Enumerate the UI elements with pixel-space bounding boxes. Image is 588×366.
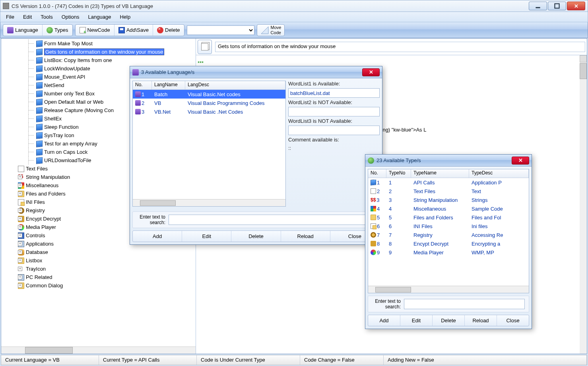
language-button-row: AddEditDeleteReloadClose — [132, 230, 380, 242]
toolbar-types-button[interactable]: Types — [43, 25, 72, 36]
language-dialog-titlebar[interactable]: 3 Available Language/s ✕ — [130, 66, 382, 78]
tree-item[interactable]: Form Make Top Most — [2, 39, 195, 48]
language-search-input[interactable] — [169, 215, 375, 225]
types-search-row: Enter text to search: — [368, 296, 529, 312]
move-icon — [260, 26, 269, 35]
language-row[interactable]: 2VBVisual Basic Programming Codes — [133, 99, 285, 107]
wordlist2-input[interactable] — [288, 107, 380, 116]
new-icon — [80, 27, 86, 33]
toolbar-language-button[interactable]: Language — [3, 25, 43, 36]
tree-folder[interactable]: +Database — [2, 248, 195, 256]
types-dialog-close-button[interactable]: ✕ — [512, 157, 529, 165]
language-dialog: 3 Available Language/s ✕ No. LangName La… — [130, 66, 382, 245]
menu-edit[interactable]: Edit — [19, 13, 36, 21]
type-row[interactable]: 11API CallsApplication P — [368, 178, 529, 187]
expand-button[interactable]: + — [18, 225, 22, 229]
doc-icon — [371, 188, 376, 194]
cube-icon — [36, 74, 43, 81]
types-edit-button[interactable]: Edit — [400, 315, 433, 326]
expand-button[interactable]: + — [18, 183, 22, 188]
toolbar-addsave-button[interactable]: Add\Save — [114, 25, 153, 36]
gear-icon — [371, 232, 376, 238]
expand-button[interactable]: + — [18, 283, 22, 288]
menu-language[interactable]: Language — [84, 13, 115, 21]
tree-folder[interactable]: +Listbox — [2, 256, 195, 265]
types-listview[interactable]: No. TypeNo TypeName TypeDesc 11API Calls… — [368, 169, 529, 293]
expand-button[interactable]: + — [18, 233, 22, 238]
type-row[interactable]: 77RegistryAccessing Re — [368, 230, 529, 239]
type-row[interactable]: 22Text FilesText — [368, 187, 529, 196]
type-row[interactable]: 44MiscellaneousSample Code — [368, 204, 529, 213]
code-vscroll[interactable] — [580, 55, 587, 354]
cube-icon — [36, 149, 43, 156]
type-row[interactable]: 66INI FilesIni files — [368, 222, 529, 230]
expand-button[interactable]: + — [18, 217, 22, 221]
minimize-button[interactable] — [529, 2, 547, 10]
maximize-button[interactable] — [548, 2, 566, 10]
cube-icon — [36, 40, 43, 47]
menu-help[interactable]: Help — [116, 13, 134, 21]
language-row[interactable]: 3VB.NetVisual Basic .Net Codes — [133, 107, 285, 116]
language-reload-button[interactable]: Reload — [281, 231, 330, 242]
types-add-button[interactable]: Add — [368, 315, 400, 326]
expand-button[interactable]: + — [18, 275, 22, 279]
types-reload-button[interactable]: Reload — [465, 315, 497, 326]
type-row[interactable]: 55Files and FoldersFiles and Fol — [368, 213, 529, 222]
cube-icon — [36, 124, 43, 131]
type-row[interactable]: 99Media PlayerWMP, MP — [368, 248, 529, 257]
types-dialog-titlebar[interactable]: 23 Available Type/s ✕ — [365, 155, 532, 167]
expand-button[interactable]: + — [18, 250, 22, 254]
language-add-button[interactable]: Add — [133, 231, 182, 242]
comment-value: :: — [288, 144, 380, 152]
media-icon — [371, 250, 376, 255]
tree-item[interactable]: Gets tons of information on the window y… — [2, 48, 195, 56]
cube-icon — [36, 57, 43, 64]
close-button[interactable]: ✕ — [567, 2, 585, 10]
wordlist1-input[interactable] — [288, 88, 380, 98]
types-close-button[interactable]: Close — [497, 315, 529, 326]
toolbar-delete-button[interactable]: Delete — [153, 25, 184, 36]
expand-button[interactable]: + — [18, 242, 22, 246]
type-row[interactable]: 88Encypt DecryptEncrypting a — [368, 239, 529, 248]
menu-options[interactable]: Options — [58, 13, 83, 21]
expand-button[interactable]: + — [18, 208, 22, 213]
expand-button[interactable]: + — [18, 175, 22, 179]
toolbar-move-button[interactable]: Move Code — [257, 24, 285, 36]
language-list-hscroll[interactable] — [133, 199, 285, 206]
tree-item[interactable]: ListBox: Copy Items from one — [2, 56, 195, 64]
language-delete-button[interactable]: Delete — [231, 231, 281, 242]
types-delete-button[interactable]: Delete — [433, 315, 465, 326]
types-icon — [47, 27, 53, 33]
copy-button[interactable] — [198, 40, 212, 54]
menu-file[interactable]: File — [2, 13, 18, 21]
menu-tools[interactable]: Tools — [37, 13, 56, 21]
tree-folder[interactable]: +TrayIcon — [2, 265, 195, 273]
language-dialog-close-button[interactable]: ✕ — [362, 68, 380, 76]
toolbar: Language Types NewCode Add\Save Delete M… — [0, 22, 588, 38]
app-icon — [3, 3, 9, 9]
types-list-hscroll[interactable] — [368, 286, 529, 293]
expand-button[interactable]: + — [18, 258, 22, 263]
svg-marker-2 — [261, 27, 268, 34]
folder-icon — [371, 215, 376, 220]
language-search-label: Enter text to search: — [137, 214, 165, 225]
language-edit-button[interactable]: Edit — [182, 231, 231, 242]
tree-folder[interactable]: +PC Related — [2, 273, 195, 281]
expand-button[interactable]: + — [18, 192, 22, 196]
info-bar: Gets tons of information on the window y… — [196, 39, 587, 55]
expand-button[interactable]: + — [18, 267, 22, 271]
type-row[interactable]: $$33String ManipulationStrings — [368, 196, 529, 204]
language-row[interactable]: 1BatchVisual Basic.Net codes — [133, 90, 285, 99]
cube-icon — [371, 180, 376, 186]
language-listview[interactable]: No. LangName LangDesc 1BatchVisual Basic… — [132, 81, 286, 207]
wordlist3-input[interactable] — [288, 126, 380, 135]
lang-row-icon — [135, 109, 141, 114]
types-button-row: AddEditDeleteReloadClose — [368, 315, 529, 326]
cube-icon — [36, 140, 43, 147]
tree-folder[interactable]: +Common Dialog — [2, 281, 195, 290]
toolbar-combo[interactable] — [187, 25, 254, 35]
types-search-input[interactable] — [404, 299, 525, 309]
types-list-header: No. TypeNo TypeName TypeDesc — [368, 169, 529, 178]
tree-hscroll[interactable] — [1, 347, 196, 354]
toolbar-newcode-button[interactable]: NewCode — [76, 25, 114, 36]
